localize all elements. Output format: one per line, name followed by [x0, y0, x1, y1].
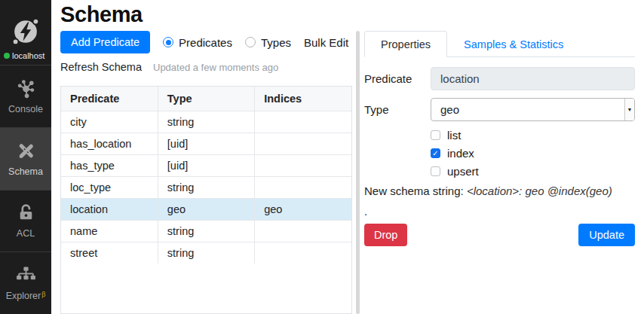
predicate-field-label: Predicate [364, 72, 431, 85]
graph-nodes-icon [16, 78, 36, 99]
sidebar-item-label: Schema [8, 166, 43, 177]
refresh-schema-button[interactable]: Refresh Schema [60, 61, 142, 73]
tab-properties[interactable]: Properties [364, 31, 447, 57]
refresh-row: Refresh Schema Updated a few moments ago [60, 61, 352, 73]
new-schema-string: New schema string: <location>: geo @inde… [364, 184, 635, 197]
schema-string-code: <location>: geo @index(geo) [467, 184, 612, 197]
table-row-location-selected[interactable]: location geo geo [61, 199, 351, 221]
radio-predicates-label: Predicates [179, 36, 232, 49]
checkbox-upsert[interactable]: upsert [431, 165, 635, 178]
panel-tabs: Properties Samples & Statistics [364, 31, 635, 57]
radio-unselected-icon [245, 37, 256, 47]
schema-string-period: . [364, 205, 635, 218]
sidebar-item-label: Console [8, 104, 43, 114]
checkbox-checked-icon: ✓ [431, 148, 440, 158]
server-indicator[interactable]: localhost [1, 51, 51, 60]
checkbox-unchecked-icon [431, 130, 440, 140]
add-predicate-button[interactable]: Add Predicate [60, 31, 150, 53]
checkbox-unchecked-icon [431, 166, 440, 176]
column-header-predicate: Predicate [61, 87, 158, 111]
checkbox-list-label: list [447, 129, 461, 142]
sidebar-logo-block[interactable]: localhost [0, 0, 51, 65]
drop-button[interactable]: Drop [364, 224, 407, 246]
checkbox-index-label: index [447, 147, 474, 160]
table-row-has-location[interactable]: has_location [uid] [61, 133, 351, 155]
radio-selected-icon [163, 37, 173, 47]
page-title: Schema [60, 2, 644, 27]
checkbox-list[interactable]: list [431, 129, 635, 142]
predicates-table-container: Predicate Type Indices city string [60, 86, 352, 314]
type-select[interactable]: geo ▼ [431, 98, 635, 121]
server-label: localhost [12, 51, 44, 60]
table-row-city[interactable]: city string [61, 111, 351, 133]
table-row-name[interactable]: name string [61, 221, 351, 242]
type-field-label: Type [364, 103, 431, 116]
select-caret-icon: ▼ [624, 99, 634, 120]
predicates-table: Predicate Type Indices city string [61, 87, 351, 264]
sidebar: localhost Console [0, 0, 51, 314]
type-select-value: geo [440, 103, 459, 116]
checkbox-index[interactable]: ✓ index [431, 147, 635, 160]
schema-list-pane: Add Predicate Predicates Types Bulk Edit… [60, 31, 352, 314]
sidebar-item-explorer[interactable]: Explorerβ [0, 252, 51, 314]
options-checkboxes: list ✓ index upsert [431, 129, 635, 178]
predicate-properties-pane: Properties Samples & Statistics Predicat… [360, 31, 644, 314]
last-updated-text: Updated a few moments ago [153, 62, 278, 73]
update-button[interactable]: Update [578, 224, 635, 246]
sidebar-item-acl[interactable]: ACL [0, 190, 51, 252]
form-actions: Drop Update [364, 224, 635, 246]
dgraph-logo-icon [8, 14, 43, 49]
sidebar-item-label: ACL [17, 228, 35, 239]
radio-types-label: Types [261, 36, 291, 49]
table-header-row: Predicate Type Indices [61, 87, 351, 111]
sitemap-icon [16, 265, 36, 285]
beta-badge: β [41, 291, 45, 298]
app-window: localhost Console [0, 0, 644, 314]
schema-toolbar: Add Predicate Predicates Types Bulk Edit [60, 31, 352, 53]
main-area: Schema Add Predicate Predicates Types Bu… [51, 0, 644, 314]
table-row-street[interactable]: street string [61, 242, 351, 264]
sidebar-item-console[interactable]: Console [0, 65, 51, 127]
tab-samples-statistics[interactable]: Samples & Statistics [447, 31, 580, 57]
table-row-has-type[interactable]: has_type [uid] [61, 155, 351, 177]
connection-status-icon [4, 53, 10, 59]
predicate-form: Predicate location Type geo ▼ list [364, 57, 635, 246]
sidebar-item-label: Explorerβ [6, 291, 46, 301]
column-header-type: Type [158, 87, 254, 111]
checkbox-upsert-label: upsert [447, 165, 479, 178]
column-header-indices: Indices [255, 87, 351, 111]
radio-types[interactable]: Types [245, 36, 291, 49]
radio-predicates[interactable]: Predicates [163, 36, 232, 49]
table-row-loc-type[interactable]: loc_type string [61, 177, 351, 199]
sidebar-item-schema[interactable]: Schema [0, 127, 51, 190]
bulk-edit-button[interactable]: Bulk Edit [304, 36, 348, 49]
predicate-name-input-disabled: location [431, 67, 635, 90]
unlock-icon [16, 203, 36, 223]
pencil-ruler-icon [16, 141, 36, 161]
